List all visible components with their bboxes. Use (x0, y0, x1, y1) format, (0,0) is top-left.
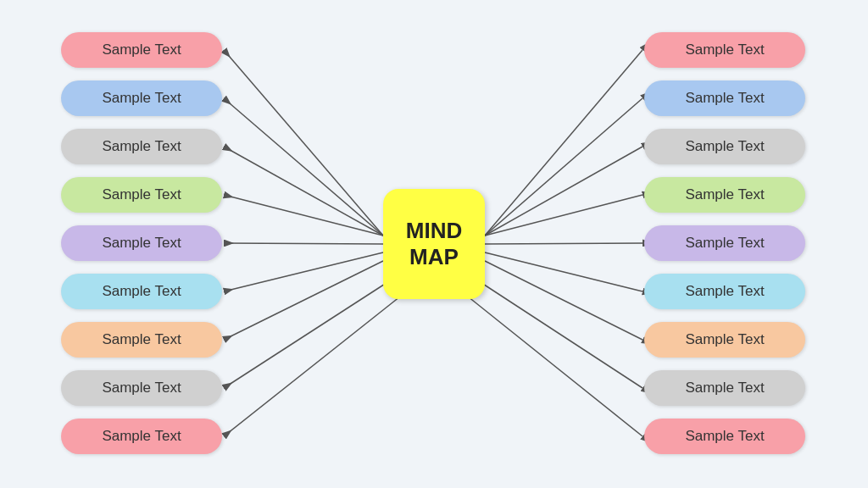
left-node-2[interactable]: Sample Text (61, 80, 222, 116)
left-node-1-label: Sample Text (102, 42, 181, 58)
left-node-2-label: Sample Text (102, 90, 181, 107)
svg-line-12 (485, 98, 643, 236)
left-node-9-label: Sample Text (102, 428, 181, 445)
svg-line-9 (224, 280, 392, 388)
left-node-4-label: Sample Text (102, 186, 181, 203)
svg-line-6 (224, 243, 383, 244)
right-node-8[interactable]: Sample Text (644, 370, 805, 406)
right-node-7-label: Sample Text (685, 331, 764, 348)
left-node-8-label: Sample Text (102, 380, 181, 396)
center-node: MINDMAP (383, 189, 485, 299)
svg-line-15 (485, 243, 643, 244)
left-node-3-label: Sample Text (102, 138, 181, 155)
right-node-3-label: Sample Text (685, 138, 764, 155)
svg-line-18 (476, 280, 643, 388)
left-node-5-label: Sample Text (102, 235, 181, 252)
mind-map-container: MINDMAP Sample Text Sample Text Sample T… (10, 8, 858, 480)
left-node-1[interactable]: Sample Text (61, 32, 222, 68)
svg-line-8 (224, 261, 383, 340)
left-node-8[interactable]: Sample Text (61, 370, 222, 406)
left-node-7-label: Sample Text (102, 331, 181, 348)
right-node-9[interactable]: Sample Text (644, 419, 805, 454)
left-node-6-label: Sample Text (102, 283, 181, 300)
right-node-6-label: Sample Text (685, 283, 764, 300)
right-node-9-label: Sample Text (685, 428, 764, 445)
svg-line-19 (468, 297, 643, 436)
left-node-9[interactable]: Sample Text (61, 419, 222, 454)
left-node-3[interactable]: Sample Text (61, 129, 222, 164)
svg-line-14 (485, 195, 643, 236)
right-node-2-label: Sample Text (685, 90, 764, 107)
right-node-5-label: Sample Text (685, 235, 764, 252)
right-node-3[interactable]: Sample Text (644, 129, 805, 164)
svg-line-10 (224, 297, 400, 436)
svg-line-11 (485, 50, 643, 236)
svg-line-3 (224, 98, 383, 236)
left-node-4[interactable]: Sample Text (61, 177, 222, 213)
center-text: MINDMAP (406, 218, 462, 270)
svg-line-13 (485, 147, 643, 236)
right-node-6[interactable]: Sample Text (644, 274, 805, 309)
svg-line-2 (224, 50, 383, 236)
svg-line-16 (485, 252, 643, 291)
right-node-8-label: Sample Text (685, 380, 764, 396)
right-node-5[interactable]: Sample Text (644, 225, 805, 261)
svg-line-5 (224, 195, 383, 236)
right-node-1[interactable]: Sample Text (644, 32, 805, 68)
svg-line-7 (224, 252, 383, 291)
right-node-4[interactable]: Sample Text (644, 177, 805, 213)
svg-line-4 (224, 147, 383, 236)
svg-line-17 (485, 261, 643, 340)
right-node-7[interactable]: Sample Text (644, 322, 805, 358)
right-node-2[interactable]: Sample Text (644, 80, 805, 116)
left-node-7[interactable]: Sample Text (61, 322, 222, 358)
left-node-5[interactable]: Sample Text (61, 225, 222, 261)
left-node-6[interactable]: Sample Text (61, 274, 222, 309)
right-node-4-label: Sample Text (685, 186, 764, 203)
right-node-1-label: Sample Text (685, 42, 764, 58)
